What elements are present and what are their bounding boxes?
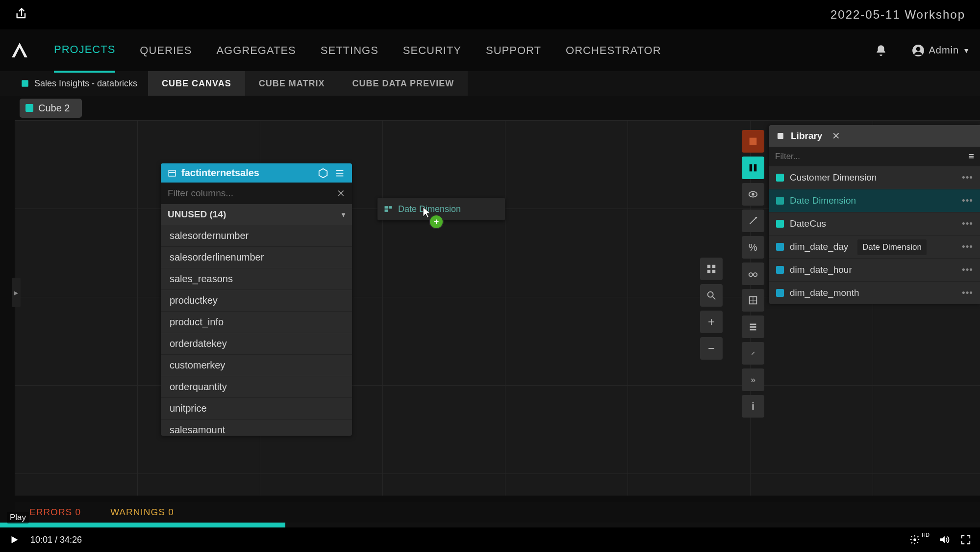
layout-icon[interactable] bbox=[700, 258, 723, 280]
more-icon[interactable]: ••• bbox=[962, 218, 973, 229]
svg-rect-19 bbox=[750, 138, 757, 145]
stack-icon[interactable] bbox=[742, 315, 764, 338]
video-time: 10:01 / 34:26 bbox=[30, 535, 82, 545]
more-icon[interactable]: ••• bbox=[962, 195, 973, 206]
svg-rect-14 bbox=[712, 265, 715, 268]
cube-canvas[interactable]: ▸ factinternetsales ✕ UNUSED (14) ▾ bbox=[15, 120, 980, 496]
canvas-tools-left: + − bbox=[700, 258, 723, 360]
panel-header[interactable]: factinternetsales bbox=[161, 163, 352, 183]
add-badge-icon: + bbox=[430, 215, 443, 228]
percent-icon[interactable]: % bbox=[742, 236, 764, 259]
status-errors[interactable]: ERRORS 0 bbox=[29, 507, 81, 518]
nav-aggregates[interactable]: AGGREGATES bbox=[216, 29, 296, 72]
video-progress[interactable] bbox=[0, 523, 980, 527]
grid-icon[interactable] bbox=[742, 289, 764, 312]
column-item[interactable]: salesordernumber bbox=[161, 225, 352, 246]
svg-rect-32 bbox=[750, 326, 756, 328]
library-icon bbox=[776, 131, 785, 140]
cube-outline-icon[interactable] bbox=[318, 168, 328, 179]
svg-line-24 bbox=[750, 218, 756, 224]
cube-chip-label: Cube 2 bbox=[38, 103, 70, 114]
clear-filter-icon[interactable]: ✕ bbox=[337, 187, 345, 199]
column-item[interactable]: sales_reasons bbox=[161, 268, 352, 289]
more-icon[interactable]: ••• bbox=[962, 264, 973, 275]
svg-line-18 bbox=[713, 297, 716, 300]
share-icon[interactable] bbox=[15, 7, 28, 23]
tool-library-icon[interactable] bbox=[742, 157, 764, 179]
column-item[interactable]: orderquantity bbox=[161, 376, 352, 397]
svg-rect-10 bbox=[385, 206, 388, 209]
more-icon[interactable]: ••• bbox=[962, 288, 973, 298]
close-icon[interactable]: ✕ bbox=[832, 130, 840, 142]
library-item[interactable]: dim_date_day••• bbox=[769, 235, 980, 258]
column-item[interactable]: customerkey bbox=[161, 354, 352, 376]
menu-icon[interactable] bbox=[334, 168, 345, 179]
breadcrumb-label: Sales Insights - databricks bbox=[34, 79, 137, 89]
tab-cube-matrix[interactable]: CUBE MATRIX bbox=[245, 71, 339, 96]
svg-rect-16 bbox=[712, 270, 715, 273]
zoom-in-icon[interactable]: + bbox=[700, 311, 723, 333]
expand-handle[interactable]: ▸ bbox=[12, 278, 21, 307]
panel-title: factinternetsales bbox=[181, 167, 259, 179]
table-icon bbox=[168, 169, 176, 178]
search-icon[interactable] bbox=[700, 284, 723, 307]
svg-rect-12 bbox=[385, 210, 388, 212]
library-item[interactable]: Date Dimension••• bbox=[769, 189, 980, 212]
info-icon[interactable]: i bbox=[742, 395, 764, 418]
column-item[interactable]: orderdatekey bbox=[161, 333, 352, 354]
library-item[interactable]: Customer Dimension••• bbox=[769, 166, 980, 189]
more-icon[interactable]: ••• bbox=[962, 172, 973, 183]
more-icon[interactable]: ••• bbox=[962, 241, 973, 252]
chevrons-down-icon[interactable]: » bbox=[742, 368, 764, 391]
status-warnings[interactable]: WARNINGS 0 bbox=[110, 507, 174, 518]
cube-chip[interactable]: Cube 2 bbox=[20, 99, 82, 118]
tab-cube-data-preview[interactable]: CUBE DATA PREVIEW bbox=[338, 71, 468, 96]
nav-settings[interactable]: SETTINGS bbox=[321, 29, 378, 72]
settings-icon[interactable]: HD bbox=[909, 534, 928, 545]
svg-marker-35 bbox=[12, 536, 18, 544]
breadcrumb[interactable]: Sales Insights - databricks bbox=[10, 71, 148, 96]
nav-support[interactable]: SUPPORT bbox=[486, 29, 541, 72]
user-menu[interactable]: Admin ▼ bbox=[912, 44, 970, 57]
fullscreen-icon[interactable] bbox=[960, 534, 971, 545]
unused-section-label: UNUSED (14) bbox=[168, 209, 226, 220]
library-filter-input[interactable] bbox=[775, 152, 964, 161]
tab-cube-canvas[interactable]: CUBE CANVAS bbox=[148, 71, 245, 96]
hd-badge: HD bbox=[922, 532, 930, 538]
library-item[interactable]: dim_date_month••• bbox=[769, 281, 980, 304]
binoculars-icon[interactable] bbox=[742, 263, 764, 285]
svg-rect-31 bbox=[750, 324, 756, 325]
nav-queries[interactable]: QUERIES bbox=[140, 29, 192, 72]
notifications-icon[interactable] bbox=[875, 44, 887, 57]
library-panel: Library ✕ ≡ Customer Dimension••• Date D… bbox=[769, 125, 980, 304]
play-tooltip: Play bbox=[7, 512, 29, 524]
library-item[interactable]: DateCus••• bbox=[769, 212, 980, 235]
column-item[interactable]: unitprice bbox=[161, 397, 352, 419]
column-item[interactable]: salesorderlinenumber bbox=[161, 246, 352, 268]
svg-rect-13 bbox=[707, 265, 710, 268]
zoom-out-icon[interactable]: − bbox=[700, 337, 723, 360]
nav-orchestrator[interactable]: ORCHESTRATOR bbox=[566, 29, 661, 72]
library-title: Library bbox=[791, 131, 822, 141]
column-item[interactable]: product_info bbox=[161, 311, 352, 333]
tool-highlight-icon[interactable] bbox=[742, 130, 764, 153]
canvas-tools-right: % » i bbox=[742, 130, 764, 418]
volume-icon[interactable] bbox=[939, 534, 950, 545]
svg-rect-9 bbox=[336, 175, 344, 176]
column-item[interactable]: productkey bbox=[161, 289, 352, 311]
wand-icon[interactable] bbox=[742, 210, 764, 232]
column-filter-input[interactable] bbox=[168, 188, 337, 199]
hamburger-icon[interactable]: ≡ bbox=[968, 151, 974, 162]
library-item[interactable]: dim_date_hour••• bbox=[769, 258, 980, 281]
nav-security[interactable]: SECURITY bbox=[403, 29, 461, 72]
sub-tabs: Sales Insights - databricks CUBE CANVAS … bbox=[0, 71, 980, 96]
logo-icon bbox=[10, 41, 29, 60]
svg-point-23 bbox=[752, 193, 754, 196]
link-icon[interactable] bbox=[742, 342, 764, 365]
nav-projects[interactable]: PROJECTS bbox=[54, 29, 115, 73]
play-button[interactable] bbox=[9, 534, 20, 545]
unused-section-header[interactable]: UNUSED (14) ▾ bbox=[161, 204, 352, 225]
column-item[interactable]: salesamount bbox=[161, 419, 352, 436]
fact-table-panel[interactable]: factinternetsales ✕ UNUSED (14) ▾ saleso… bbox=[161, 163, 352, 436]
eye-icon[interactable] bbox=[742, 183, 764, 206]
